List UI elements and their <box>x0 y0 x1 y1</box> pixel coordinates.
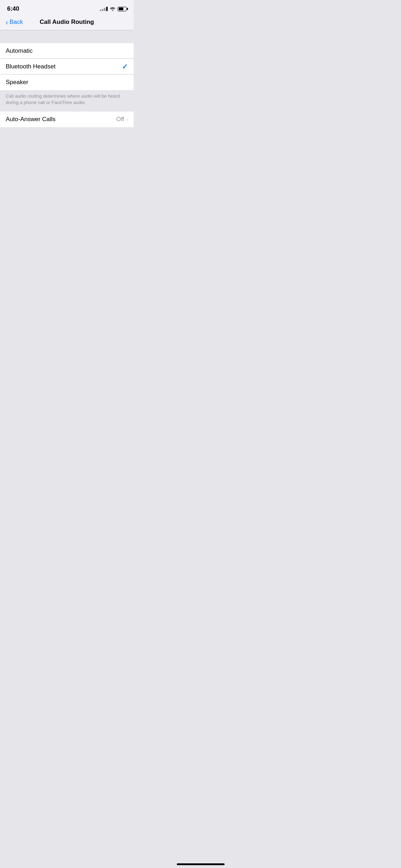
section-gap-top <box>0 30 134 43</box>
wifi-icon <box>110 7 115 11</box>
status-bar: 6:40 <box>0 0 134 16</box>
routing-option-bluetooth-headset[interactable]: Bluetooth Headset ✓ <box>0 59 134 74</box>
page-title: Call Audio Routing <box>40 19 94 26</box>
signal-icon <box>100 7 108 11</box>
back-button[interactable]: ‹ Back <box>6 19 23 26</box>
battery-fill <box>119 7 123 10</box>
chevron-right-icon: › <box>126 117 128 122</box>
section-note-text: Call audio routing determines where audi… <box>6 93 120 105</box>
auto-answer-calls-value-group: Off › <box>116 116 128 123</box>
auto-answer-calls-label: Auto-Answer Calls <box>6 116 56 123</box>
back-label: Back <box>10 19 23 26</box>
section-note: Call audio routing determines where audi… <box>0 90 134 112</box>
routing-option-automatic[interactable]: Automatic <box>0 43 134 59</box>
status-icons <box>100 7 127 11</box>
auto-answer-calls-value: Off <box>116 116 124 123</box>
battery-icon <box>118 7 127 11</box>
back-chevron-icon: ‹ <box>6 19 8 26</box>
routing-option-speaker-label: Speaker <box>6 79 28 86</box>
auto-answer-calls-list: Auto-Answer Calls Off › <box>0 112 134 127</box>
bluetooth-headset-checkmark-icon: ✓ <box>122 62 128 71</box>
status-time: 6:40 <box>7 5 19 12</box>
routing-options-list: Automatic Bluetooth Headset ✓ Speaker <box>0 43 134 90</box>
routing-option-automatic-label: Automatic <box>6 47 33 55</box>
routing-option-bluetooth-headset-label: Bluetooth Headset <box>6 63 56 70</box>
routing-option-speaker[interactable]: Speaker <box>0 74 134 90</box>
nav-bar: ‹ Back Call Audio Routing <box>0 16 134 30</box>
auto-answer-calls-item[interactable]: Auto-Answer Calls Off › <box>0 112 134 127</box>
